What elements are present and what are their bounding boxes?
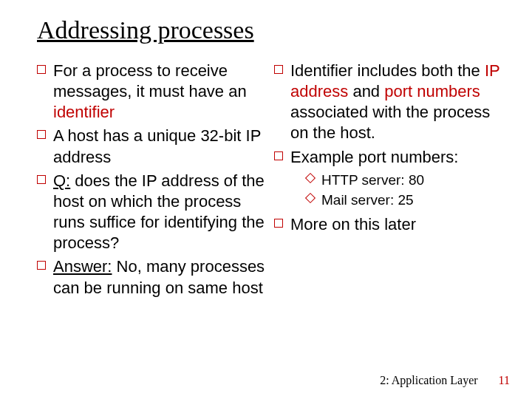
right-column: Identifier includes both the IP address … xyxy=(274,61,502,301)
bullet-question: Q: does the IP address of the host on wh… xyxy=(37,171,265,254)
text: does the IP address of the host on which… xyxy=(53,171,265,252)
right-bullets: Identifier includes both the IP address … xyxy=(274,61,502,235)
footer-chapter: 2: Application Layer xyxy=(380,374,477,386)
footer-page-number: 11 xyxy=(499,374,510,386)
slide-title: Addressing processes xyxy=(37,16,254,44)
question-label: Q: xyxy=(53,171,70,190)
text: HTTP server: 80 xyxy=(321,172,424,188)
sub-bullets: HTTP server: 80 Mail server: 25 xyxy=(290,171,502,210)
text: Example port numbers: xyxy=(290,148,458,166)
text: Identifier includes both the xyxy=(290,61,485,80)
answer-label: Answer: xyxy=(53,257,112,276)
text: More on this later xyxy=(290,215,416,233)
bullet-host-ip: A host has a unique 32-bit IP address xyxy=(37,126,265,167)
left-bullets: For a process to receive messages, it mu… xyxy=(37,61,265,299)
text: For a process to receive messages, it mu… xyxy=(53,61,247,100)
text-red-port: port numbers xyxy=(384,82,480,100)
left-column: For a process to receive messages, it mu… xyxy=(37,61,265,301)
text: Mail server: 25 xyxy=(321,192,414,208)
text: and xyxy=(348,82,384,100)
bullet-answer: Answer: No, many processes can be runnin… xyxy=(37,256,265,298)
bullet-example-ports: Example port numbers: HTTP server: 80 Ma… xyxy=(274,147,502,210)
bullet-identifier-includes: Identifier includes both the IP address … xyxy=(274,61,502,144)
bullet-more-later: More on this later xyxy=(274,214,502,235)
slide: Addressing processes For a process to re… xyxy=(0,0,532,399)
text: A host has a unique 32-bit IP address xyxy=(53,126,261,166)
footer: 2: Application Layer11 xyxy=(380,374,510,387)
bullet-process-identifier: For a process to receive messages, it mu… xyxy=(37,61,265,123)
columns: For a process to receive messages, it mu… xyxy=(37,61,502,301)
sub-mail: Mail server: 25 xyxy=(307,191,502,210)
text: associated with the process on the host. xyxy=(290,103,490,142)
text-red-identifier: identifier xyxy=(53,103,115,121)
sub-http: HTTP server: 80 xyxy=(307,171,502,190)
